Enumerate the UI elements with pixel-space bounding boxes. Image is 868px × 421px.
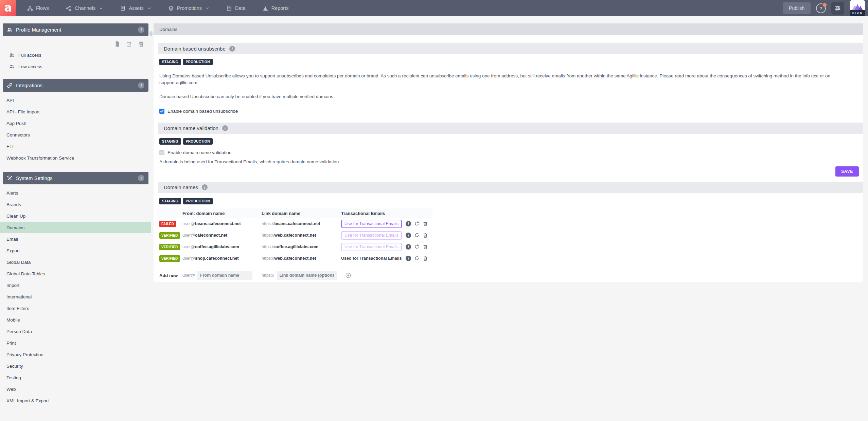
validation-note: A domain is being used for Transactional…: [159, 159, 863, 164]
refresh-icon[interactable]: [414, 244, 420, 250]
info-icon[interactable]: i: [138, 82, 144, 89]
use-for-transactional-button[interactable]: Use for Transactional Emails: [341, 220, 402, 228]
link-prefix: https://: [262, 256, 274, 261]
save-button[interactable]: SAVE: [835, 166, 859, 177]
sidebar-item-clean-up[interactable]: Clean Up: [0, 210, 151, 222]
info-icon[interactable]: i: [138, 175, 144, 181]
sidebar-item-testing[interactable]: Testing: [0, 372, 151, 383]
refresh-icon[interactable]: [414, 221, 420, 226]
enable-domain-validation-row: Enable domain name validation: [159, 150, 863, 155]
sidebar-item-full-access[interactable]: Full access: [0, 49, 151, 61]
info-icon[interactable]: i: [406, 256, 411, 261]
sidebar-item-global-data[interactable]: Global Data: [0, 256, 151, 268]
link-domain: coffee.agilliclabs.com: [274, 244, 319, 249]
main-nav: FlowsChannelsAssetsPromotionsDataReports: [27, 5, 288, 11]
publish-button[interactable]: Publish: [783, 2, 811, 14]
sidebar-item-email[interactable]: Email: [0, 233, 151, 245]
sidebar-item-low-access[interactable]: Low access: [0, 61, 151, 72]
enable-domain-unsubscribe-checkbox[interactable]: [159, 109, 164, 114]
agillic-logo[interactable]: a: [0, 0, 16, 16]
nav-item-label: Assets: [129, 5, 144, 11]
from-domain: beans.cafeconnect.net: [195, 221, 241, 226]
env-badges: STAGINGPRODUCTION: [159, 138, 863, 145]
environment-badge[interactable]: STAG: [850, 0, 865, 16]
edit-icon[interactable]: [126, 41, 132, 47]
sidebar-item-security[interactable]: Security: [0, 360, 151, 372]
sidebar-item-person-data[interactable]: Person Data: [0, 326, 151, 337]
sidebar-item-connectors[interactable]: Connectors: [0, 129, 151, 141]
unsubscribe-description: Using Domains based Unsubscribe allows y…: [159, 73, 857, 86]
sidebar-item-api-file-import[interactable]: API - File Import: [0, 106, 151, 117]
sidebar-item-export[interactable]: Export: [0, 245, 151, 256]
sidebar-item-print[interactable]: Print: [0, 337, 151, 349]
assets-icon: [120, 5, 126, 11]
sidebar-section-header-integrations[interactable]: Integrationsi: [3, 79, 148, 92]
used-for-transactional-label: Used for Transactional Emails: [341, 256, 402, 261]
info-icon[interactable]: i: [138, 26, 144, 33]
sidebar-item-label: Alerts: [6, 190, 18, 196]
sidebar-item-label: Item Filters: [6, 306, 29, 311]
link-domain-cell: https://coffee.agilliclabs.com: [262, 244, 341, 249]
status-badge: VERIFIED: [159, 255, 180, 262]
sidebar-item-label: Connectors: [6, 132, 30, 138]
nav-item-channels[interactable]: Channels: [66, 5, 103, 11]
nav-item-assets[interactable]: Assets: [120, 5, 151, 11]
status-badge: FAILED: [159, 221, 176, 227]
checkbox-label: Enable domain name validation: [167, 150, 231, 155]
sidebar-item-privacy-protection[interactable]: Privacy Protection: [0, 349, 151, 360]
sidebar-item-label: API: [6, 98, 14, 103]
sidebar-item-international[interactable]: International: [0, 291, 151, 303]
info-icon[interactable]: i: [406, 244, 411, 250]
info-icon[interactable]: i: [406, 221, 411, 226]
sidebar-item-brands[interactable]: Brands: [0, 199, 151, 210]
link-domain: beans.cafeconnect.net: [274, 221, 320, 226]
env-badge-label: STAG: [850, 10, 865, 16]
env-chip-staging: STAGING: [159, 198, 181, 204]
row-actions: i: [406, 256, 428, 261]
nav-item-reports[interactable]: Reports: [263, 5, 289, 11]
sidebar-scrollbar[interactable]: [149, 31, 153, 36]
sidebar-item-import[interactable]: Import: [0, 279, 151, 291]
sidebar-item-label: Print: [6, 341, 16, 346]
from-domain-input[interactable]: [197, 271, 252, 280]
trash-icon[interactable]: [423, 221, 428, 226]
add-domain-plus-icon[interactable]: [345, 272, 351, 278]
nav-item-promotions[interactable]: Promotions: [168, 5, 209, 11]
sidebar-section-header-system-settings[interactable]: System Settingsi: [3, 172, 148, 184]
trash-icon[interactable]: [138, 41, 144, 47]
sidebar-item-global-data-tables[interactable]: Global Data Tables: [0, 268, 151, 279]
status-cell: FAILED: [157, 221, 182, 227]
nav-item-data[interactable]: Data: [226, 5, 246, 11]
sidebar-item-domains[interactable]: Domains: [0, 222, 151, 233]
sidebar-item-item-filters[interactable]: Item Filters: [0, 303, 151, 314]
sidebar-item-api[interactable]: API: [0, 94, 151, 106]
link-domain-input[interactable]: [277, 271, 337, 280]
settings-sliders-icon[interactable]: [831, 2, 844, 15]
promotions-icon: [168, 5, 174, 11]
trash-icon[interactable]: [423, 233, 428, 238]
enable-domain-validation-checkbox[interactable]: [159, 150, 164, 155]
info-icon[interactable]: i: [202, 184, 208, 190]
new-file-icon[interactable]: [114, 41, 121, 47]
mountains-logo-icon: [850, 0, 865, 10]
info-icon[interactable]: i: [406, 233, 411, 238]
info-icon[interactable]: i: [222, 125, 228, 131]
sidebar-section-header-profile-management[interactable]: Profile Managementi: [3, 23, 148, 36]
sidebar-item-etl[interactable]: ETL: [0, 141, 151, 152]
sidebar-item-xml-import-export[interactable]: XML Import & Export: [0, 395, 151, 406]
add-new-label: Add new: [159, 273, 178, 278]
table-col-header: Transactional Emails: [341, 211, 432, 216]
info-icon[interactable]: i: [229, 46, 235, 52]
link-domain: web.cafeconnect.net: [274, 233, 316, 238]
help-icon[interactable]: ?: [816, 3, 826, 13]
sidebar-item-webhook-transformation-service[interactable]: Webhook Transformation Service: [0, 152, 151, 164]
sidebar-item-app-push[interactable]: App Push: [0, 117, 151, 129]
trash-icon[interactable]: [423, 256, 428, 261]
nav-item-flows[interactable]: Flows: [27, 5, 49, 11]
sidebar-item-web[interactable]: Web: [0, 383, 151, 395]
trash-icon[interactable]: [423, 244, 428, 250]
sidebar-item-mobile[interactable]: Mobile: [0, 314, 151, 326]
refresh-icon[interactable]: [414, 256, 420, 261]
sidebar-item-alerts[interactable]: Alerts: [0, 187, 151, 199]
refresh-icon[interactable]: [414, 233, 420, 238]
